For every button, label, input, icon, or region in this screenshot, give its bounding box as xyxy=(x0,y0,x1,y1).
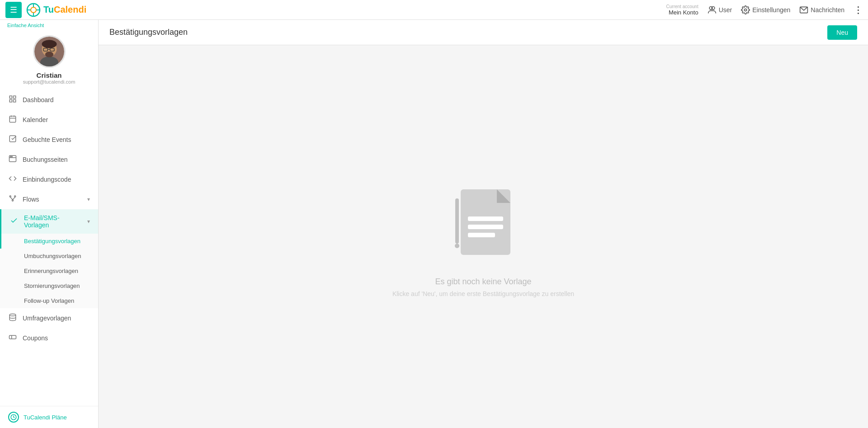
survey-icon xyxy=(8,313,17,323)
svg-rect-37 xyxy=(9,335,16,339)
submenu-item-stornierungsvorlagen[interactable]: Stornierungsvorlagen xyxy=(0,278,98,293)
logo-text: TuCalendi xyxy=(43,5,86,15)
sidebar-profile: Cristian support@tucalendi.com xyxy=(0,28,98,90)
navbar: ☰ TuCalendi Current account Mein Konto xyxy=(0,0,868,20)
svg-rect-20 xyxy=(9,100,12,102)
avatar-image xyxy=(34,35,64,68)
submenu-item-umbuchungsvorlagen[interactable]: Umbuchungsvorlagen xyxy=(0,249,98,263)
empty-state-subtitle: Klicke auf 'Neu', um deine erste Bestäti… xyxy=(392,290,574,297)
grid-icon xyxy=(8,95,17,105)
submenu-item-follow-up-vorlagen[interactable]: Follow-up Vorlagen xyxy=(0,293,98,308)
sidebar-item-flows[interactable]: Flows ▾ xyxy=(0,189,98,209)
svg-point-1 xyxy=(31,7,36,13)
flows-chevron-icon: ▾ xyxy=(87,196,90,202)
sidebar-item-label-kalender: Kalender xyxy=(23,116,90,123)
flows-icon xyxy=(8,194,17,204)
calendar-icon xyxy=(8,115,17,125)
hamburger-button[interactable]: ☰ xyxy=(5,2,22,18)
svg-point-16 xyxy=(40,56,58,68)
sidebar-item-buchungsseiten[interactable]: Buchungsseiten xyxy=(0,150,98,169)
svg-point-33 xyxy=(12,200,14,201)
sidebar-item-einbindungscode[interactable]: Einbindungscode xyxy=(0,169,98,189)
sidebar-nav: Dashboard Kalender xyxy=(0,90,98,406)
sidebar-item-label-umfragevorlagen: Umfragevorlagen xyxy=(23,315,90,322)
svg-rect-19 xyxy=(14,96,16,98)
svg-point-36 xyxy=(9,314,16,316)
email-sms-submenu: Bestätigungsvorlagen Umbuchungsvorlagen … xyxy=(0,234,98,308)
svg-point-8 xyxy=(745,9,747,11)
empty-state-icon xyxy=(443,176,524,266)
messages-label: Nachrichten xyxy=(811,6,844,14)
empty-state: Es gibt noch keine Vorlage Klicke auf 'N… xyxy=(99,45,868,428)
svg-point-12 xyxy=(42,40,57,48)
profile-name: Cristian xyxy=(37,71,62,79)
account-switcher[interactable]: Current account Mein Konto xyxy=(666,4,698,16)
account-name: Mein Konto xyxy=(669,9,698,16)
sidebar-item-label-buchungsseiten: Buchungsseiten xyxy=(23,156,90,163)
sidebar-item-label-email-sms: E-Mail/SMS-Vorlagen xyxy=(24,214,82,229)
mail-icon xyxy=(799,5,808,14)
main-content: Bestätigungsvorlagen Neu Es gibt noch ke… xyxy=(99,20,868,428)
email-sms-chevron-icon: ▾ xyxy=(87,218,90,225)
sidebar-item-umfragevorlagen[interactable]: Umfragevorlagen xyxy=(0,308,98,328)
sidebar-item-email-sms-vorlagen[interactable]: E-Mail/SMS-Vorlagen ▾ xyxy=(0,209,98,234)
coupon-icon xyxy=(8,333,17,343)
svg-point-30 xyxy=(12,156,13,157)
sidebar-item-label-flows: Flows xyxy=(23,196,82,203)
current-account-label: Current account xyxy=(666,4,698,9)
navbar-left: ☰ TuCalendi xyxy=(5,2,86,18)
code-icon xyxy=(8,174,17,184)
page-title: Bestätigungsvorlagen xyxy=(109,28,188,37)
svg-point-46 xyxy=(455,244,459,248)
user-label: User xyxy=(719,6,732,14)
empty-state-title: Es gibt noch keine Vorlage xyxy=(435,277,531,287)
sidebar-item-label-gebuchte-events: Gebuchte Events xyxy=(23,136,90,143)
check-circle-icon xyxy=(9,216,19,226)
svg-rect-22 xyxy=(9,116,16,122)
navbar-right: Current account Mein Konto User Einstell… xyxy=(666,4,863,16)
sidebar-item-kalender[interactable]: Kalender xyxy=(0,110,98,130)
check-square-icon xyxy=(8,135,17,145)
logo[interactable]: TuCalendi xyxy=(26,3,86,17)
profile-email: support@tucalendi.com xyxy=(23,79,75,85)
submenu-item-bestaetigungsvorlagen[interactable]: Bestätigungsvorlagen xyxy=(0,234,98,249)
sidebar-item-label-einbindungscode: Einbindungscode xyxy=(23,176,90,183)
svg-rect-18 xyxy=(9,96,12,98)
messages-nav-item[interactable]: Nachrichten xyxy=(799,5,844,14)
sidebar-item-gebuchte-events[interactable]: Gebuchte Events xyxy=(0,130,98,150)
simple-view-toggle[interactable]: Einfache Ansicht xyxy=(0,20,98,28)
new-button[interactable]: Neu xyxy=(827,25,857,40)
svg-rect-43 xyxy=(468,225,503,229)
settings-icon xyxy=(741,5,750,14)
plaene-label: TuCalendi Pläne xyxy=(24,414,67,421)
user-nav-item[interactable]: User xyxy=(708,5,732,14)
sidebar-bottom-plaene[interactable]: TuCalendi Pläne xyxy=(0,406,98,428)
svg-point-32 xyxy=(14,196,16,197)
svg-rect-44 xyxy=(468,233,495,237)
main-header: Bestätigungsvorlagen Neu xyxy=(99,20,868,45)
settings-nav-item[interactable]: Einstellungen xyxy=(741,5,790,14)
plaene-icon xyxy=(8,412,19,423)
more-button[interactable]: ⋮ xyxy=(854,5,863,15)
svg-rect-45 xyxy=(455,198,459,244)
avatar xyxy=(33,35,66,68)
sidebar-item-label-dashboard: Dashboard xyxy=(23,96,90,103)
sidebar-item-coupons[interactable]: Coupons xyxy=(0,328,98,348)
sidebar-item-dashboard[interactable]: Dashboard xyxy=(0,90,98,110)
hamburger-icon: ☰ xyxy=(10,5,17,15)
submenu-item-erinnerungsvorlagen[interactable]: Erinnerungsvorlagen xyxy=(0,263,98,278)
svg-point-17 xyxy=(45,52,53,57)
svg-line-34 xyxy=(10,197,13,200)
browser-icon xyxy=(8,155,17,165)
sidebar-item-label-coupons: Coupons xyxy=(23,334,90,342)
svg-point-31 xyxy=(9,196,11,197)
settings-label: Einstellungen xyxy=(752,6,790,14)
logo-icon xyxy=(26,3,41,17)
svg-rect-26 xyxy=(9,136,16,142)
svg-rect-42 xyxy=(468,216,503,221)
layout: Einfache Ansicht xyxy=(0,20,868,428)
svg-line-35 xyxy=(13,197,15,200)
svg-rect-21 xyxy=(14,100,16,102)
sidebar: Einfache Ansicht xyxy=(0,20,99,428)
user-icon xyxy=(708,5,717,14)
